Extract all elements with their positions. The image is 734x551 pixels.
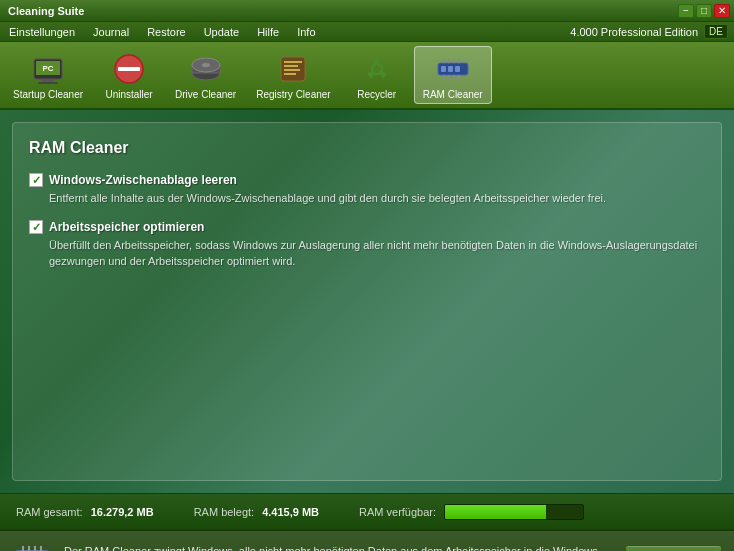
uninstaller-icon <box>111 51 147 87</box>
stat-total: RAM gesamt: 16.279,2 MB <box>16 506 154 518</box>
menu-items: Einstellungen Journal Restore Update Hil… <box>6 26 319 38</box>
toolbar-btn-startup[interactable]: PC Startup Cleaner <box>4 46 92 104</box>
svg-rect-21 <box>441 66 446 72</box>
option-label-clipboard: Windows-Zwischenablage leeren <box>49 173 237 187</box>
menu-journal[interactable]: Journal <box>90 26 132 38</box>
option-desc-clipboard: Entfernt alle Inhalte aus der Windows-Zw… <box>29 191 705 206</box>
toolbar-btn-recycler[interactable]: Recycler <box>342 46 412 104</box>
menu-einstellungen[interactable]: Einstellungen <box>6 26 78 38</box>
menu-hilfe[interactable]: Hilfe <box>254 26 282 38</box>
main-content: RAM Cleaner ✓ Windows-Zwischenablage lee… <box>0 110 734 493</box>
ram-progress-fill <box>445 505 546 519</box>
option-clipboard: ✓ Windows-Zwischenablage leeren Entfernt… <box>29 173 705 206</box>
svg-rect-29 <box>448 75 450 79</box>
drive-icon <box>188 51 224 87</box>
maximize-button[interactable]: □ <box>696 4 712 18</box>
menubar: Einstellungen Journal Restore Update Hil… <box>0 22 734 42</box>
footer-icon <box>12 539 52 551</box>
content-panel: RAM Cleaner ✓ Windows-Zwischenablage lee… <box>12 122 722 481</box>
stat-used: RAM belegt: 4.415,9 MB <box>194 506 319 518</box>
svg-rect-14 <box>284 69 300 71</box>
menu-restore[interactable]: Restore <box>144 26 189 38</box>
toolbar-btn-uninstaller[interactable]: Uninstaller <box>94 46 164 104</box>
option-desc-memory: Überfüllt den Arbeitsspeicher, sodass Wi… <box>29 238 705 269</box>
svg-point-19 <box>372 64 382 74</box>
checkbox-memory[interactable]: ✓ <box>29 220 43 234</box>
registry-icon <box>275 51 311 87</box>
toolbar: PC Startup Cleaner Uninstaller Drive Cle… <box>0 42 734 110</box>
toolbar-btn-registry[interactable]: Registry Cleaner <box>247 46 339 104</box>
svg-rect-23 <box>455 66 460 72</box>
ram-icon <box>435 51 471 87</box>
toolbar-btn-drive[interactable]: Drive Cleaner <box>166 46 245 104</box>
optimize-button[interactable]: Optimieren <box>625 545 722 551</box>
stat-available: RAM verfügbar: <box>359 504 584 520</box>
svg-rect-2 <box>42 79 54 82</box>
svg-rect-22 <box>448 66 453 72</box>
footer-description: Der RAM Cleaner zwingt Windows, alle nic… <box>64 544 613 551</box>
menu-update[interactable]: Update <box>201 26 242 38</box>
recycler-icon <box>359 51 395 87</box>
footer-ram-icon <box>13 540 51 551</box>
stat-used-label: RAM belegt: <box>194 506 255 518</box>
stats-bar: RAM gesamt: 16.279,2 MB RAM belegt: 4.41… <box>0 493 734 529</box>
titlebar: Cleaning Suite − □ ✕ <box>0 0 734 22</box>
check-mark-memory: ✓ <box>32 221 41 234</box>
edition-text: 4.000 Professional Edition <box>570 26 698 38</box>
checkbox-row-memory: ✓ Arbeitsspeicher optimieren <box>29 220 705 234</box>
footer: Der RAM Cleaner zwingt Windows, alle nic… <box>0 529 734 551</box>
svg-rect-36 <box>22 546 24 551</box>
svg-rect-6 <box>118 67 140 71</box>
checkbox-row-clipboard: ✓ Windows-Zwischenablage leeren <box>29 173 705 187</box>
svg-rect-25 <box>448 59 450 63</box>
startup-label: Startup Cleaner <box>13 89 83 100</box>
svg-point-10 <box>202 63 210 67</box>
panel-title: RAM Cleaner <box>29 139 705 157</box>
svg-rect-27 <box>458 59 460 63</box>
svg-rect-37 <box>28 546 30 551</box>
svg-rect-28 <box>443 75 445 79</box>
svg-text:PC: PC <box>42 64 53 73</box>
stat-available-label: RAM verfügbar: <box>359 506 436 518</box>
svg-rect-24 <box>443 59 445 63</box>
checkbox-clipboard[interactable]: ✓ <box>29 173 43 187</box>
ram-progress-bar <box>444 504 584 520</box>
svg-rect-30 <box>453 75 455 79</box>
window-controls: − □ ✕ <box>678 4 730 18</box>
check-mark-clipboard: ✓ <box>32 174 41 187</box>
option-label-memory: Arbeitsspeicher optimieren <box>49 220 204 234</box>
edition-info: 4.000 Professional Edition DE <box>570 24 728 39</box>
svg-rect-3 <box>38 82 58 84</box>
svg-rect-39 <box>40 546 42 551</box>
svg-rect-13 <box>284 65 298 67</box>
svg-marker-16 <box>373 55 381 63</box>
svg-rect-26 <box>453 59 455 63</box>
startup-icon: PC <box>30 51 66 87</box>
svg-rect-12 <box>284 61 302 63</box>
recycler-label: Recycler <box>357 89 396 100</box>
stat-used-value: 4.415,9 MB <box>262 506 319 518</box>
registry-label: Registry Cleaner <box>256 89 330 100</box>
svg-rect-31 <box>458 75 460 79</box>
app-title: Cleaning Suite <box>8 5 84 17</box>
toolbar-btn-ram[interactable]: RAM Cleaner <box>414 46 492 104</box>
uninstaller-label: Uninstaller <box>105 89 152 100</box>
menu-info[interactable]: Info <box>294 26 318 38</box>
minimize-button[interactable]: − <box>678 4 694 18</box>
option-memory: ✓ Arbeitsspeicher optimieren Überfüllt d… <box>29 220 705 269</box>
stat-total-value: 16.279,2 MB <box>91 506 154 518</box>
ram-label: RAM Cleaner <box>423 89 483 100</box>
svg-rect-15 <box>284 73 296 75</box>
drive-label: Drive Cleaner <box>175 89 236 100</box>
svg-rect-38 <box>34 546 36 551</box>
lang-badge[interactable]: DE <box>704 24 728 39</box>
close-button[interactable]: ✕ <box>714 4 730 18</box>
stat-total-label: RAM gesamt: <box>16 506 83 518</box>
